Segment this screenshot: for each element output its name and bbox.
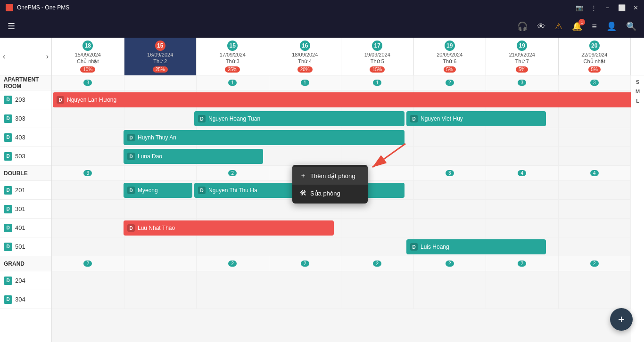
section-count: 2 <box>590 261 599 267</box>
nav-column: ‹ › <box>0 38 52 75</box>
section-cell: 1 <box>269 75 342 90</box>
cal-cell <box>414 181 487 199</box>
booking-bar[interactable]: D Luis Hoang <box>406 239 546 254</box>
section-count: 4 <box>590 170 599 176</box>
hamburger-menu[interactable]: ☰ <box>8 21 15 32</box>
booking-bar[interactable]: D Myeong <box>124 183 192 198</box>
alert-icon[interactable]: ⚠ <box>555 21 562 32</box>
day-col-17/09/2024: 15 17/09/2024 Thứ 3 25% <box>197 38 269 75</box>
section-cell: 2 <box>486 256 559 271</box>
bell-icon[interactable]: 🔔 1 <box>572 21 582 32</box>
cal-cell <box>559 128 631 147</box>
room-label-203: D 203 <box>0 90 51 109</box>
room-number: 304 <box>15 296 25 303</box>
section-cell: 2 <box>341 256 414 271</box>
cal-cell <box>559 109 631 128</box>
app-logo <box>6 4 13 11</box>
room-label-204: D 204 <box>0 271 51 290</box>
cal-cell <box>52 290 124 309</box>
room-badge: D <box>4 186 12 195</box>
fab-icon: + <box>618 313 625 326</box>
cal-cell <box>414 219 487 237</box>
day-weekday: Thứ 2 <box>153 58 167 65</box>
next-button[interactable]: › <box>46 52 49 61</box>
cal-cell <box>52 219 124 237</box>
day-date: 17/09/2024 <box>220 52 246 57</box>
booking-bar[interactable]: D Huynh Thuy An <box>124 130 405 145</box>
booking-name: Luu Nhat Thao <box>138 225 175 231</box>
cal-cell <box>124 290 197 309</box>
room-number: 501 <box>15 243 25 250</box>
search-icon[interactable]: 🔍 <box>626 21 636 32</box>
section-cell: 2 <box>197 256 269 271</box>
titlebar-title: OnePMS - One PMS <box>17 4 69 11</box>
more-icon[interactable]: ⋮ <box>591 4 597 11</box>
section-cell: 3 <box>486 75 559 90</box>
section-count: 1 <box>373 80 381 86</box>
booking-bar[interactable]: D Luna Dao <box>124 149 263 164</box>
booking-name: Luis Hoang <box>421 244 449 250</box>
room-badge: D <box>4 96 12 104</box>
booking-type-badge: D <box>127 153 135 160</box>
booking-bar[interactable]: D Nguyen Hoang Tuan <box>194 111 405 126</box>
cal-cell <box>414 290 487 309</box>
room-badge: D <box>4 277 12 285</box>
booking-bar[interactable]: D Luu Nhat Thao <box>124 220 334 236</box>
cal-cell <box>197 237 269 256</box>
section-cell <box>124 75 197 90</box>
room-badge: D <box>4 295 12 304</box>
day-weekday: Chủ nhật <box>77 58 99 65</box>
section-name: APARTMENT ROOM <box>4 76 48 90</box>
cal-cell <box>52 271 124 290</box>
booking-type-badge: D <box>57 96 64 104</box>
section-count: 2 <box>228 261 237 267</box>
day-num-badge: 19 <box>445 41 455 51</box>
booking-type-badge: D <box>127 187 135 194</box>
booking-type-badge: D <box>198 187 206 194</box>
day-num-badge: 20 <box>589 41 600 51</box>
section-cell: 1 <box>341 75 414 90</box>
cal-row-304 <box>52 290 631 309</box>
section-cell: 2 <box>269 256 342 271</box>
booking-name: Nguyen Viet Huy <box>421 115 463 122</box>
edit-room-menu-item[interactable]: 🛠 Sửa phòng <box>292 185 368 202</box>
section-cell: 3 <box>52 166 124 180</box>
cal-row-203: D Nguyen Lan Hương <box>52 90 631 109</box>
day-date: 15/09/2024 <box>75 52 101 57</box>
section-cell: 3 <box>414 166 487 180</box>
occ-badge: 20% <box>297 66 313 73</box>
section-grid-row-0: 3111233 <box>52 75 631 90</box>
add-booking-menu-item[interactable]: ＋ Thêm đặt phòng <box>292 167 368 185</box>
section-grid-row-2: 2222222 <box>52 256 631 271</box>
section-name: GRAND <box>4 261 25 267</box>
close-icon[interactable]: ✕ <box>633 4 638 11</box>
room-label-301: D 301 <box>0 200 51 219</box>
cal-cell <box>414 147 487 165</box>
person-icon[interactable]: 👤 <box>606 21 617 32</box>
booking-bar[interactable]: D Nguyen Lan Hương <box>53 92 631 107</box>
room-label-401: D 401 <box>0 219 51 237</box>
prev-button[interactable]: ‹ <box>3 52 5 61</box>
toolbar-right: 🎧 👁 ⚠ 🔔 1 ≡ 👤 🔍 <box>517 21 636 32</box>
titlebar-left: OnePMS - One PMS <box>6 4 69 11</box>
day-weekday: Thứ 5 <box>371 58 384 65</box>
booking-name: Myeong <box>138 187 158 194</box>
day-num-badge: 15 <box>227 41 238 51</box>
maximize-icon[interactable]: ⬜ <box>618 4 626 11</box>
cal-cell <box>341 237 414 256</box>
headset-icon[interactable]: 🎧 <box>517 21 528 32</box>
day-weekday: Thứ 4 <box>298 58 312 65</box>
cal-cell <box>269 290 342 309</box>
day-col-19/09/2024: 17 19/09/2024 Thứ 5 15% <box>341 38 414 75</box>
booking-type-badge: D <box>127 134 135 141</box>
fab-button[interactable]: + <box>610 308 633 331</box>
minimize-icon[interactable]: － <box>604 3 611 12</box>
room-label-501: D 501 <box>0 237 51 256</box>
video-icon[interactable]: 📷 <box>576 4 583 11</box>
section-cell: 3 <box>559 75 631 90</box>
eye-icon[interactable]: 👁 <box>537 22 545 32</box>
section-cell: 2 <box>559 256 631 271</box>
cal-cell <box>414 128 487 147</box>
menu-lines-icon[interactable]: ≡ <box>592 22 597 32</box>
booking-bar[interactable]: D Nguyen Viet Huy <box>406 111 546 126</box>
